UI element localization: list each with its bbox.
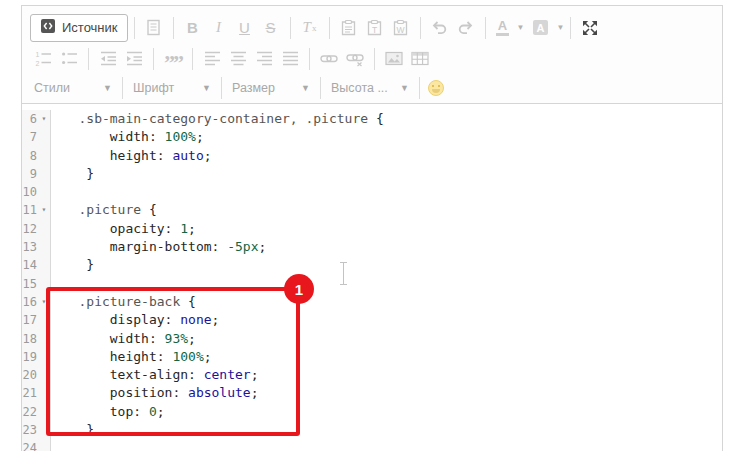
svg-text:T: T (372, 25, 377, 35)
code-line[interactable]: 17 display: none; (22, 311, 722, 329)
line-number: 9 (22, 165, 38, 183)
code-text: } (51, 256, 94, 274)
fold-arrow-icon[interactable]: ▾ (38, 201, 50, 219)
align-left-icon[interactable] (200, 47, 224, 71)
chevron-down-icon: ▼ (301, 83, 310, 93)
code-text: width: 93%; (51, 330, 196, 348)
underline-icon[interactable]: U (233, 16, 257, 40)
code-line[interactable]: 16▾ .picture-back { (22, 293, 722, 311)
code-line[interactable]: 22 top: 0; (22, 403, 722, 421)
smiley-icon[interactable] (428, 80, 444, 96)
code-text: height: 100%; (51, 348, 212, 366)
code-line[interactable]: 23 } (22, 421, 722, 439)
line-number: 10 (22, 183, 38, 201)
numbered-list-icon[interactable]: 12 (31, 47, 55, 71)
link-icon[interactable] (317, 47, 341, 71)
fold-spacer (38, 403, 50, 421)
code-text (51, 183, 55, 201)
line-number-gutter: 17 (22, 311, 51, 329)
paste-icon[interactable] (337, 16, 361, 40)
line-number-gutter: 10 (22, 183, 51, 201)
fold-spacer (38, 311, 50, 329)
line-number: 19 (22, 348, 38, 366)
bulleted-list-icon[interactable] (57, 47, 81, 71)
styles-combo[interactable]: Стили ▼ (30, 77, 116, 99)
redo-icon[interactable] (454, 16, 478, 40)
decrease-indent-icon[interactable] (96, 47, 120, 71)
code-line[interactable]: 9 } (22, 165, 722, 183)
size-combo[interactable]: Размер ▼ (228, 77, 314, 99)
code-line[interactable]: 20 text-align: center; (22, 366, 722, 384)
table-icon[interactable] (408, 47, 432, 71)
strikethrough-icon[interactable]: S (259, 16, 283, 40)
fold-arrow-icon[interactable]: ▾ (38, 293, 50, 311)
bg-color-icon[interactable]: A (528, 16, 552, 40)
text-color-icon[interactable]: A (493, 16, 513, 40)
line-height-combo[interactable]: Высота ... ▼ (327, 77, 413, 99)
align-center-icon[interactable] (226, 47, 250, 71)
line-number: 6 (22, 110, 38, 128)
line-number-gutter: 23 (22, 421, 51, 439)
fold-arrow-icon[interactable]: ▾ (38, 110, 50, 128)
bold-icon[interactable]: B (181, 16, 205, 40)
undo-icon[interactable] (428, 16, 452, 40)
code-text (51, 275, 55, 293)
align-right-icon[interactable] (252, 47, 276, 71)
line-height-combo-label: Высота ... (331, 81, 388, 95)
unlink-icon[interactable] (343, 47, 367, 71)
size-combo-label: Размер (232, 81, 275, 95)
blockquote-icon[interactable]: ”” (161, 47, 185, 71)
code-line[interactable]: 14 } (22, 256, 722, 274)
fold-spacer (38, 256, 50, 274)
code-text: text-align: center; (51, 366, 259, 384)
increase-indent-icon[interactable] (122, 47, 146, 71)
source-button-label: Источник (62, 20, 118, 35)
source-button[interactable]: Источник (30, 14, 128, 42)
text-color-caret-icon[interactable]: ▼ (517, 23, 525, 32)
code-line[interactable]: 19 height: 100%; (22, 348, 722, 366)
code-line[interactable]: 6▾ .sb-main-category-container, .picture… (22, 110, 722, 128)
code-text: height: auto; (51, 147, 212, 165)
fold-spacer (38, 183, 50, 201)
code-text: .picture-back { (51, 293, 196, 311)
paste-plain-text-icon[interactable]: T (363, 16, 387, 40)
font-combo[interactable]: Шрифт ▼ (129, 77, 215, 99)
code-line[interactable]: 12 opacity: 1; (22, 220, 722, 238)
maximize-icon[interactable] (578, 16, 602, 40)
bg-color-caret-icon[interactable]: ▼ (556, 23, 564, 32)
code-line[interactable]: 21 position: absolute; (22, 384, 722, 402)
code-text: .sb-main-category-container, .picture { (51, 110, 384, 128)
line-number-gutter: 6▾ (22, 110, 51, 128)
code-line[interactable]: 15 (22, 275, 722, 293)
line-number-gutter: 14 (22, 256, 51, 274)
source-code-area[interactable]: 6▾ .sb-main-category-container, .picture… (22, 106, 722, 451)
paste-from-word-icon[interactable]: W (389, 16, 413, 40)
line-number: 17 (22, 311, 38, 329)
line-number-gutter: 24 (22, 439, 51, 451)
line-number-gutter: 13 (22, 238, 51, 256)
remove-format-icon[interactable]: Tx (298, 16, 322, 40)
code-line[interactable]: 8 height: auto; (22, 147, 722, 165)
chevron-down-icon: ▼ (400, 83, 409, 93)
fold-spacer (38, 330, 50, 348)
separator (134, 17, 135, 39)
line-number: 8 (22, 147, 38, 165)
toolbar-row-3: Стили ▼ Шрифт ▼ Размер ▼ Высота ... ▼ (30, 74, 714, 101)
justify-icon[interactable] (278, 47, 302, 71)
code-line[interactable]: 10 (22, 183, 722, 201)
fold-spacer (38, 128, 50, 146)
line-number-gutter: 11▾ (22, 201, 51, 219)
italic-icon[interactable]: I (207, 16, 231, 40)
separator (309, 48, 310, 70)
code-line[interactable]: 24 (22, 439, 722, 451)
code-line[interactable]: 11▾ .picture { (22, 201, 722, 219)
separator (329, 17, 330, 39)
code-line[interactable]: 18 width: 93%; (22, 330, 722, 348)
code-line[interactable]: 7 width: 100%; (22, 128, 722, 146)
line-number: 18 (22, 330, 38, 348)
code-line[interactable]: 13 margin-bottom: -5px; (22, 238, 722, 256)
image-icon[interactable] (382, 47, 406, 71)
line-number-gutter: 22 (22, 403, 51, 421)
templates-icon[interactable] (142, 16, 166, 40)
font-combo-label: Шрифт (133, 81, 174, 95)
